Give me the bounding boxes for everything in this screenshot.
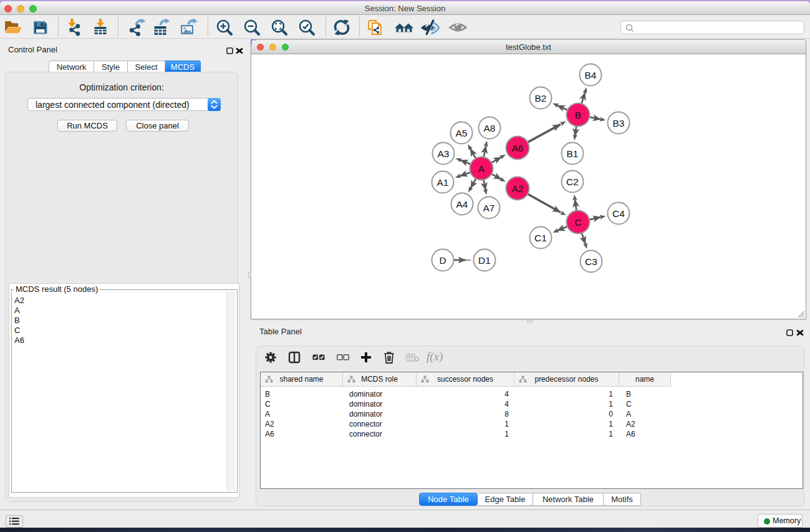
svg-text:B: B: [575, 110, 581, 120]
svg-text:C3: C3: [585, 256, 597, 267]
svg-text:A2: A2: [512, 183, 524, 194]
svg-text:A5: A5: [456, 128, 468, 138]
svg-text:B4: B4: [585, 70, 597, 80]
svg-text:C: C: [574, 217, 581, 228]
svg-text:A: A: [478, 163, 485, 174]
svg-text:A7: A7: [483, 203, 495, 213]
svg-text:C1: C1: [534, 233, 547, 243]
svg-text:A4: A4: [456, 199, 468, 210]
svg-text:C2: C2: [566, 177, 579, 187]
svg-text:A1: A1: [437, 177, 449, 188]
svg-text:B2: B2: [535, 93, 547, 104]
svg-text:B1: B1: [567, 148, 579, 159]
svg-text:A6: A6: [512, 143, 524, 153]
svg-text:D: D: [439, 255, 446, 266]
svg-text:B3: B3: [613, 118, 625, 128]
svg-text:C4: C4: [612, 208, 625, 219]
svg-text:A8: A8: [484, 123, 496, 133]
svg-text:D1: D1: [478, 255, 491, 266]
svg-text:A3: A3: [438, 148, 450, 159]
